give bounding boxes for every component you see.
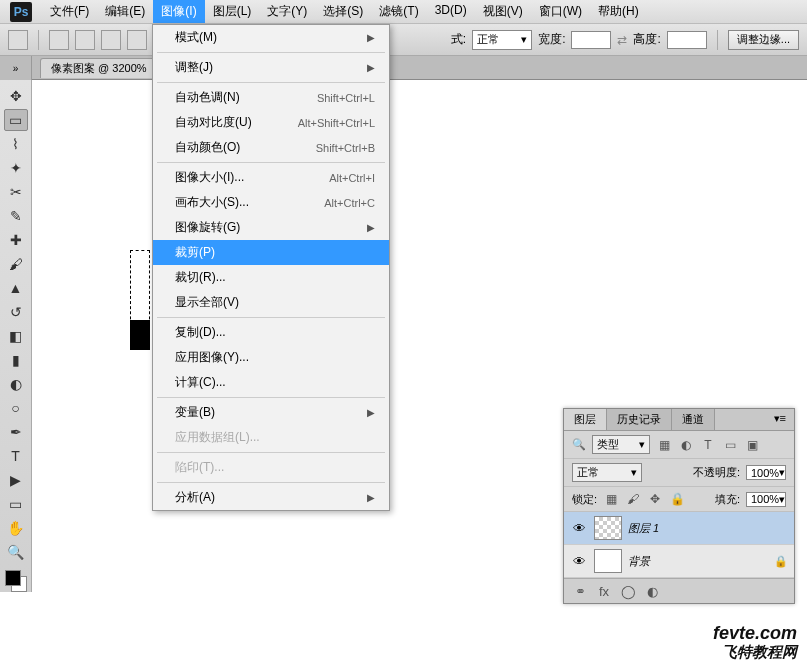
color-swatch[interactable] [5, 570, 27, 592]
swap-icon[interactable]: ⇄ [617, 33, 627, 47]
lock-pixels-icon[interactable]: 🖌 [625, 491, 641, 507]
menu-item[interactable]: 复制(D)... [153, 320, 389, 345]
lock-icon: 🔒 [774, 555, 788, 568]
lock-label: 锁定: [572, 492, 597, 507]
tool-preset-icon[interactable] [8, 30, 28, 50]
marquee-intersect-icon[interactable] [127, 30, 147, 50]
layer-thumb [594, 516, 622, 540]
menu-7[interactable]: 3D(D) [427, 0, 475, 23]
filter-shape-icon[interactable]: ▭ [722, 437, 738, 453]
move-tool[interactable]: ✥ [4, 85, 28, 107]
hand-tool[interactable]: ✋ [4, 517, 28, 539]
crop-tool[interactable]: ✂ [4, 181, 28, 203]
filter-adjust-icon[interactable]: ◐ [678, 437, 694, 453]
menu-item[interactable]: 显示全部(V) [153, 290, 389, 315]
menu-5[interactable]: 选择(S) [315, 0, 371, 23]
layer-fx-icon[interactable]: fx [596, 583, 612, 599]
fill-label: 填充: [715, 492, 740, 507]
menu-item[interactable]: 图像旋转(G)▶ [153, 215, 389, 240]
menu-item[interactable]: 图像大小(I)...Alt+Ctrl+I [153, 165, 389, 190]
layer-name: 背景 [628, 554, 650, 569]
eraser-tool[interactable]: ◧ [4, 325, 28, 347]
document-tab[interactable]: 像素图案 @ 3200% [40, 58, 158, 78]
brush-tool[interactable]: 🖌 [4, 253, 28, 275]
menu-0[interactable]: 文件(F) [42, 0, 97, 23]
menu-item: 应用数据组(L)... [153, 425, 389, 450]
visibility-icon[interactable]: 👁 [570, 552, 588, 570]
filter-pixel-icon[interactable]: ▦ [656, 437, 672, 453]
tab-channels[interactable]: 通道 [672, 409, 715, 430]
width-input[interactable] [571, 31, 611, 49]
opacity-input[interactable]: 100%▾ [746, 465, 786, 480]
magic-wand-tool[interactable]: ✦ [4, 157, 28, 179]
dodge-tool[interactable]: ○ [4, 397, 28, 419]
lock-transparent-icon[interactable]: ▦ [603, 491, 619, 507]
link-layers-icon[interactable]: ⚭ [572, 583, 588, 599]
height-input[interactable] [667, 31, 707, 49]
new-adjustment-icon[interactable]: ◐ [644, 583, 660, 599]
type-tool[interactable]: T [4, 445, 28, 467]
style-label: 式: [451, 31, 466, 48]
visibility-icon[interactable]: 👁 [570, 519, 588, 537]
menu-3[interactable]: 图层(L) [205, 0, 260, 23]
lock-position-icon[interactable]: ✥ [647, 491, 663, 507]
menu-2[interactable]: 图像(I) [153, 0, 204, 23]
layer-thumb [594, 549, 622, 573]
menu-item: 陷印(T)... [153, 455, 389, 480]
fill-input[interactable]: 100%▾ [746, 492, 786, 507]
blur-tool[interactable]: ◐ [4, 373, 28, 395]
menu-item[interactable]: 变量(B)▶ [153, 400, 389, 425]
search-icon[interactable]: 🔍 [572, 438, 586, 451]
eyedropper-tool[interactable]: ✎ [4, 205, 28, 227]
menu-item[interactable]: 自动色调(N)Shift+Ctrl+L [153, 85, 389, 110]
panel-tabs: 图层 历史记录 通道 ▾≡ [564, 409, 794, 431]
menu-1[interactable]: 编辑(E) [97, 0, 153, 23]
pen-tool[interactable]: ✒ [4, 421, 28, 443]
menu-item[interactable]: 调整(J)▶ [153, 55, 389, 80]
blend-mode-select[interactable]: 正常▾ [572, 463, 642, 482]
image-menu-dropdown: 模式(M)▶调整(J)▶自动色调(N)Shift+Ctrl+L自动对比度(U)A… [152, 24, 390, 511]
menu-item[interactable]: 自动对比度(U)Alt+Shift+Ctrl+L [153, 110, 389, 135]
filter-type-icon[interactable]: T [700, 437, 716, 453]
layer-row[interactable]: 👁背景🔒 [564, 545, 794, 578]
menu-item[interactable]: 模式(M)▶ [153, 25, 389, 50]
lasso-tool[interactable]: ⌇ [4, 133, 28, 155]
shape-tool[interactable]: ▭ [4, 493, 28, 515]
menu-item[interactable]: 画布大小(S)...Alt+Ctrl+C [153, 190, 389, 215]
menu-4[interactable]: 文字(Y) [259, 0, 315, 23]
panel-toggle[interactable]: » [0, 56, 32, 80]
add-mask-icon[interactable]: ◯ [620, 583, 636, 599]
watermark: fevte.com 飞特教程网 [713, 624, 797, 660]
menu-item[interactable]: 自动颜色(O)Shift+Ctrl+B [153, 135, 389, 160]
menu-6[interactable]: 滤镜(T) [371, 0, 426, 23]
history-brush-tool[interactable]: ↺ [4, 301, 28, 323]
refine-edge-button[interactable]: 调整边缘... [728, 30, 799, 50]
layers-footer: ⚭ fx ◯ ◐ [564, 578, 794, 603]
menu-8[interactable]: 视图(V) [475, 0, 531, 23]
tab-history[interactable]: 历史记录 [607, 409, 672, 430]
marquee-subtract-icon[interactable] [101, 30, 121, 50]
layer-row[interactable]: 👁图层 1 [564, 512, 794, 545]
marquee-tool[interactable]: ▭ [4, 109, 28, 131]
panel-menu-icon[interactable]: ▾≡ [766, 409, 794, 430]
lock-all-icon[interactable]: 🔒 [669, 491, 685, 507]
clone-stamp-tool[interactable]: ▲ [4, 277, 28, 299]
menu-item[interactable]: 计算(C)... [153, 370, 389, 395]
marquee-add-icon[interactable] [75, 30, 95, 50]
path-select-tool[interactable]: ▶ [4, 469, 28, 491]
healing-brush-tool[interactable]: ✚ [4, 229, 28, 251]
style-select[interactable]: 正常▾ [472, 30, 532, 50]
menu-item[interactable]: 应用图像(Y)... [153, 345, 389, 370]
menu-9[interactable]: 窗口(W) [531, 0, 590, 23]
filter-kind-select[interactable]: 类型▾ [592, 435, 650, 454]
opacity-label: 不透明度: [693, 465, 740, 480]
menu-10[interactable]: 帮助(H) [590, 0, 647, 23]
menu-item[interactable]: 分析(A)▶ [153, 485, 389, 510]
menu-item[interactable]: 裁切(R)... [153, 265, 389, 290]
filter-smart-icon[interactable]: ▣ [744, 437, 760, 453]
menu-item[interactable]: 裁剪(P) [153, 240, 389, 265]
zoom-tool[interactable]: 🔍 [4, 541, 28, 563]
gradient-tool[interactable]: ▮ [4, 349, 28, 371]
tab-layers[interactable]: 图层 [564, 409, 607, 430]
marquee-new-icon[interactable] [49, 30, 69, 50]
